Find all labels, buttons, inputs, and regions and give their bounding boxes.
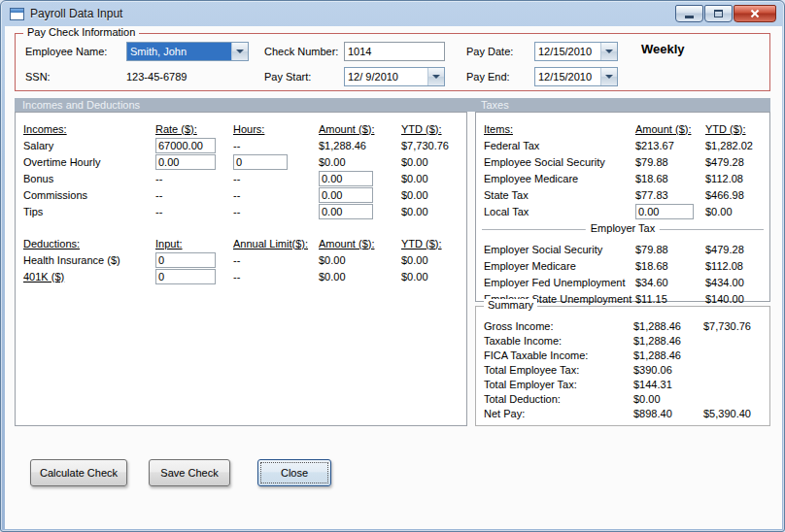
employer-tax-label: Employer Tax [586, 222, 660, 234]
employee-name-dropdown-button[interactable] [231, 43, 248, 60]
employer-medicare-ytd: $112.08 [705, 260, 769, 272]
col-amount: Amount ($): [635, 123, 705, 135]
commissions-hours: -- [233, 189, 319, 201]
window-title: Payroll Data Input [30, 7, 122, 20]
commissions-rate: -- [155, 189, 233, 201]
col-annual-limit: Annual Limit($): [233, 238, 319, 249]
bonus-rate: -- [155, 173, 233, 184]
overtime-rate-input[interactable] [155, 154, 216, 170]
pay-date-picker[interactable]: 12/15/2010 [534, 42, 618, 61]
summary-label: Total Deduction: [484, 393, 633, 405]
col-ytd: YTD ($): [705, 123, 769, 135]
401k-amount: $0.00 [319, 271, 401, 283]
chevron-down-icon [432, 75, 440, 79]
close-check-button[interactable]: Close [257, 459, 331, 486]
maximize-button[interactable] [704, 5, 733, 22]
401k-link[interactable]: 401K ($) [23, 271, 64, 283]
col-hours: Hours: [233, 123, 319, 135]
bonus-hours: -- [233, 173, 319, 184]
pay-end-picker[interactable]: 12/15/2010 [534, 67, 618, 86]
close-icon [749, 8, 761, 19]
paycheck-info-group: Pay Check Information Employee Name: Smi… [15, 33, 770, 91]
pay-date-value: 12/15/2010 [535, 43, 600, 60]
ssn-value: 123-45-6789 [126, 67, 187, 86]
chevron-down-icon [605, 75, 613, 79]
bonus-amount-input[interactable] [319, 171, 373, 186]
app-icon [10, 8, 24, 20]
tips-rate: -- [155, 206, 233, 217]
col-amount: Amount ($): [319, 238, 401, 249]
deductions-header-row: Deductions: Input: Annual Limit($): Amou… [16, 235, 466, 251]
pay-start-picker[interactable]: 12/ 9/2010 [344, 67, 445, 86]
tax-row-employer-ss: Employer Social Security $79.88 $479.28 [476, 241, 769, 257]
income-row-commissions: Commissions -- -- $0.00 [16, 186, 466, 203]
tax-row-employee-medicare: Employee Medicare $18.68 $112.08 [476, 170, 769, 186]
income-label: Commissions [23, 189, 155, 201]
employer-ss-ytd: $479.28 [705, 244, 769, 255]
col-input: Input: [155, 238, 233, 249]
pay-start-dropdown-button[interactable] [427, 68, 444, 85]
deduction-label: Health Insurance ($) [23, 254, 155, 266]
employer-state-unemp-ytd: $140.00 [705, 293, 769, 305]
incomes-section-header: Incomes and Deductions [22, 99, 140, 111]
summary-label: Total Employee Tax: [484, 364, 633, 376]
salary-amount: $1,288.46 [319, 140, 401, 151]
taxes-panel: Items: Amount ($): YTD ($): Federal Tax … [475, 112, 770, 302]
calculate-check-button[interactable]: Calculate Check [30, 459, 127, 486]
paycheck-info-legend: Pay Check Information [23, 26, 139, 38]
col-deductions: Deductions: [23, 238, 155, 249]
summary-row-fica: FICA Taxable Income: $1,288.46 [476, 348, 769, 362]
tax-label: Local Tax [484, 206, 635, 217]
col-rate: Rate ($): [155, 123, 233, 135]
deduction-row-health-insurance: Health Insurance ($) -- $0.00 $0.00 [16, 251, 466, 268]
salary-rate-input[interactable] [155, 138, 216, 153]
close-button[interactable] [734, 5, 776, 22]
local-tax-ytd: $0.00 [705, 206, 769, 217]
pay-end-dropdown-button[interactable] [600, 68, 617, 85]
summary-row-taxable: Taxable Income: $1,288.46 [476, 333, 769, 348]
check-number-input[interactable] [344, 42, 445, 61]
save-check-button[interactable]: Save Check [149, 459, 230, 486]
employer-fed-unemp-amount: $34.60 [635, 277, 705, 288]
minimize-icon [685, 16, 694, 18]
summary-row-employer-tax: Total Employer Tax: $144.31 [476, 377, 769, 391]
employee-medicare-amount: $18.68 [635, 173, 705, 184]
income-row-overtime: Overtime Hourly $0.00 $0.00 [16, 153, 466, 170]
total-employee-tax-amount: $390.06 [633, 364, 703, 376]
summary-legend: Summary [484, 299, 537, 311]
income-row-tips: Tips -- -- $0.00 [16, 203, 466, 219]
federal-tax-ytd: $1,282.02 [705, 140, 769, 151]
local-tax-input[interactable] [635, 204, 694, 219]
tax-row-employer-fed-unemployment: Employer Fed Unemployment $34.60 $434.00 [476, 274, 769, 290]
window-controls [675, 5, 776, 22]
tax-row-state: State Tax $77.83 $466.98 [476, 186, 769, 203]
employee-name-combobox[interactable]: Smith, John [126, 42, 249, 61]
tax-row-federal: Federal Tax $213.67 $1,282.02 [476, 137, 769, 153]
pay-end-value: 12/15/2010 [535, 68, 600, 85]
summary-row-deduction: Total Deduction: $0.00 [476, 391, 769, 406]
health-insurance-ytd: $0.00 [401, 254, 466, 266]
salary-ytd: $7,730.76 [401, 140, 466, 151]
summary-label: Gross Income: [484, 320, 633, 332]
tips-hours: -- [233, 206, 319, 217]
titlebar[interactable]: Payroll Data Input [1, 1, 784, 26]
chevron-down-icon [605, 50, 613, 53]
pay-date-dropdown-button[interactable] [600, 43, 617, 60]
col-items: Items: [484, 123, 635, 135]
income-row-salary: Salary -- $1,288.46 $7,730.76 [16, 137, 466, 153]
commissions-amount-input[interactable] [319, 187, 373, 203]
taxes-header-row: Items: Amount ($): YTD ($): [476, 120, 769, 137]
col-incomes: Incomes: [23, 123, 155, 135]
overtime-hours-input[interactable] [233, 154, 288, 170]
gross-income-amount: $1,288.46 [633, 320, 703, 332]
health-insurance-input[interactable] [155, 252, 216, 268]
401k-input[interactable] [155, 269, 216, 284]
minimize-button[interactable] [675, 5, 703, 22]
summary-label: Net Pay: [484, 408, 633, 419]
gross-income-ytd: $7,730.76 [703, 320, 769, 332]
tax-row-employee-ss: Employee Social Security $79.88 $479.28 [476, 153, 769, 170]
col-amount: Amount ($): [319, 123, 401, 135]
chevron-down-icon [236, 50, 244, 53]
net-pay-amount: $898.40 [633, 408, 703, 419]
tips-amount-input[interactable] [319, 204, 373, 219]
